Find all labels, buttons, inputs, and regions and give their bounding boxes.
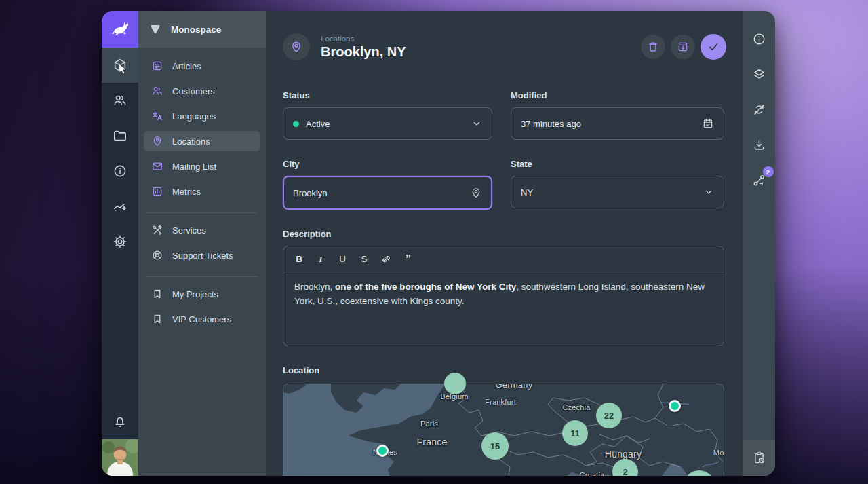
sidebar-item-label: Languages	[172, 111, 216, 122]
description-label: Description	[283, 229, 724, 239]
workspace-switcher[interactable]: Monospace	[138, 11, 266, 48]
map-label: Nantes	[373, 448, 397, 456]
tools-icon	[151, 224, 163, 236]
sidebar-item-label: Support Tickets	[172, 250, 233, 261]
state-value: NY	[521, 187, 533, 198]
layers-panel-button[interactable]	[751, 66, 768, 82]
map-label: France	[417, 436, 448, 447]
status-value: Active	[306, 119, 330, 129]
italic-button[interactable]: I	[311, 250, 331, 268]
sidebar-item-my-projects[interactable]: My Projects	[144, 284, 260, 304]
sidebar-item-label: Customers	[172, 86, 215, 96]
archive-down-icon	[677, 41, 689, 53]
notifications-button[interactable]	[102, 404, 138, 439]
delete-button[interactable]	[641, 35, 665, 59]
quote-button[interactable]: ”	[397, 250, 418, 268]
page-title: Brooklyn, NY	[321, 44, 406, 60]
link-icon	[380, 253, 392, 265]
right-icon-rail: 2	[743, 11, 775, 476]
rail-item-content-model[interactable]	[102, 48, 138, 83]
info-icon	[113, 164, 127, 179]
rail-item-settings[interactable]	[102, 224, 138, 259]
sidebar-item-mailing-list[interactable]: Mailing List	[144, 156, 260, 176]
sidebar-item-label: Mailing List	[172, 162, 216, 172]
customers-icon	[151, 85, 163, 97]
sidebar-item-languages[interactable]: Languages	[144, 106, 260, 126]
desktop-background: Monospace Articles	[0, 0, 868, 484]
share-button[interactable]: 2	[751, 172, 768, 188]
users-icon	[113, 93, 127, 108]
rail-item-analytics[interactable]	[102, 189, 138, 224]
mouse-pointer	[118, 64, 127, 75]
breadcrumb: Locations	[321, 35, 406, 43]
sync-off-button[interactable]	[751, 101, 768, 117]
bell-icon	[113, 414, 127, 429]
sidebar-divider	[146, 212, 258, 213]
link-button[interactable]	[376, 250, 396, 268]
trend-sparkle-icon	[113, 199, 127, 214]
rail-item-files[interactable]	[102, 118, 138, 153]
sidebar-menu: Articles Customers	[138, 48, 266, 334]
sidebar-item-articles[interactable]: Articles	[144, 56, 260, 76]
description-text[interactable]: Brooklyn, one of the five boroughs of Ne…	[283, 272, 724, 346]
article-icon	[151, 60, 163, 72]
app-window: Monospace Articles	[102, 11, 775, 476]
info-panel-button[interactable]	[751, 31, 768, 47]
download-button[interactable]	[751, 136, 768, 153]
check-icon	[707, 40, 720, 54]
bookmark-icon	[151, 288, 163, 300]
location-pin-icon[interactable]	[470, 187, 482, 199]
city-input[interactable]: Brooklyn	[283, 176, 492, 210]
gear-icon	[113, 234, 127, 249]
map-label: Germany	[496, 384, 533, 390]
chevron-down-icon	[471, 118, 482, 129]
form-row: Status Active Modified	[283, 90, 724, 140]
underline-button[interactable]: U	[332, 250, 353, 268]
map-canvas[interactable]: GermanyBelgiumFrankfurtParisFranceCzechi…	[283, 384, 724, 476]
sidebar-item-customers[interactable]: Customers	[144, 81, 260, 101]
map-area: GermanyBelgiumFrankfurtParisFranceCzechi…	[283, 384, 724, 476]
rabbit-logo-icon	[110, 19, 130, 39]
state-select[interactable]: NY	[511, 176, 724, 208]
sidebar-item-vip-customers[interactable]: VIP Customers	[144, 309, 260, 329]
mail-icon	[151, 160, 163, 172]
sidebar-item-label: Metrics	[172, 187, 201, 197]
map-label: Mol	[713, 449, 724, 457]
status-select[interactable]: Active	[283, 107, 492, 140]
modified-field-group: Modified 37 minutes ago	[511, 90, 724, 140]
form-row: City Brooklyn State	[283, 159, 724, 210]
location-pin-icon	[151, 135, 163, 147]
sidebar-item-services[interactable]: Services	[144, 220, 260, 240]
lifebuoy-icon	[151, 249, 163, 261]
city-value: Brooklyn	[293, 188, 328, 198]
map-label: Czechia	[562, 403, 590, 411]
bold-button[interactable]: B	[289, 250, 309, 268]
archive-button[interactable]	[671, 35, 695, 59]
sidebar-item-locations[interactable]: Locations	[144, 131, 260, 151]
status-field-group: Status Active	[283, 90, 492, 140]
app-logo[interactable]	[102, 11, 138, 48]
sidebar-item-label: VIP Customers	[172, 314, 231, 324]
modified-field[interactable]: 37 minutes ago	[511, 107, 724, 140]
rail-item-users[interactable]	[102, 83, 138, 118]
modified-label: Modified	[511, 90, 724, 100]
layers-icon	[752, 67, 766, 81]
map-label: Croatia	[580, 471, 605, 476]
calendar-icon	[702, 117, 714, 130]
quote-icon: ”	[406, 253, 410, 266]
changelog-button[interactable]	[743, 440, 775, 476]
description-field-group: Description B I U S	[283, 229, 724, 346]
status-label: Status	[283, 90, 492, 100]
strikethrough-button[interactable]: S	[354, 250, 374, 268]
chevron-down-icon	[703, 187, 714, 198]
header-actions	[641, 34, 726, 60]
languages-icon	[151, 110, 163, 122]
rail-item-info[interactable]	[102, 153, 138, 189]
sidebar-item-metrics[interactable]: Metrics	[144, 181, 260, 202]
confirm-button[interactable]	[701, 34, 726, 60]
sidebar-item-label: Locations	[172, 136, 210, 147]
state-label: State	[511, 159, 724, 169]
map-label: Frankfurt	[485, 398, 516, 406]
user-avatar[interactable]	[102, 439, 138, 476]
sidebar-item-support-tickets[interactable]: Support Tickets	[144, 245, 260, 265]
